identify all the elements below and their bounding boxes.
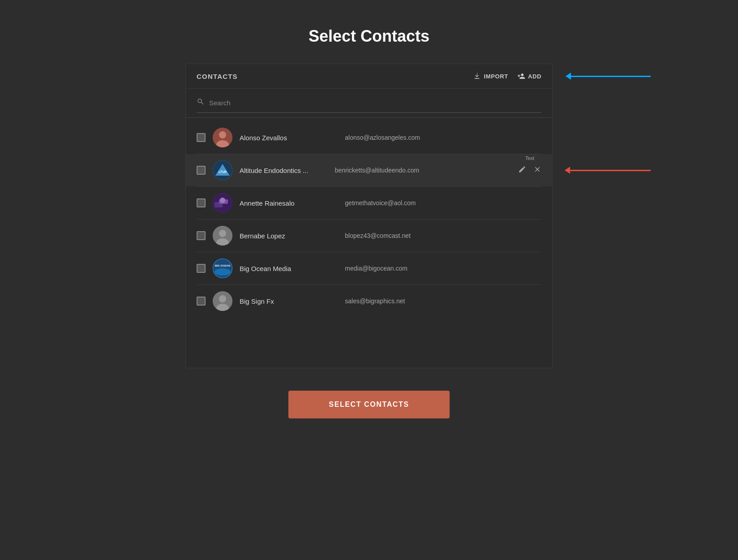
contact-email: getmethatvoice@aol.com xyxy=(345,199,541,207)
search-wrapper xyxy=(197,98,541,113)
contact-name: Bernabe Lopez xyxy=(240,232,338,240)
contact-name: Alonso Zevallos xyxy=(240,134,338,142)
contact-row: Alonso Zevallos alonso@azlosangeles.com xyxy=(186,121,552,154)
contact-name: Altitude Endodontics ... xyxy=(240,167,328,174)
contacts-panel: CONTACTS IMPORT ADD xyxy=(185,64,553,368)
contact-email: alonso@azlosangeles.com xyxy=(345,134,541,141)
contact-checkbox[interactable] xyxy=(197,133,206,142)
bottom-area: SELECT CONTACTS xyxy=(288,391,449,418)
panel-title: CONTACTS xyxy=(197,73,473,80)
import-label: IMPORT xyxy=(484,73,508,80)
contact-actions: Text xyxy=(518,165,541,176)
contact-row: LTUD Altitude Endodontics ... benrickett… xyxy=(186,154,552,186)
contact-row: Annette Rainesalo getmethatvoice@aol.com xyxy=(186,187,552,219)
contacts-list: Alonso Zevallos alonso@azlosangeles.com … xyxy=(186,118,552,368)
contact-email: benricketts@altitudeendo.com xyxy=(335,167,511,174)
search-icon xyxy=(197,98,205,108)
contact-checkbox[interactable] xyxy=(197,166,206,175)
arrow-add xyxy=(566,73,651,80)
svg-text:LTUD: LTUD xyxy=(219,170,227,173)
search-container xyxy=(186,89,552,118)
contact-name: Annette Rainesalo xyxy=(240,199,338,207)
remove-icon[interactable] xyxy=(533,165,541,176)
import-icon xyxy=(473,72,481,80)
contact-checkbox[interactable] xyxy=(197,198,206,207)
contact-checkbox[interactable] xyxy=(197,231,206,240)
contact-avatar: BIG OCEAN xyxy=(213,258,232,278)
contact-email: blopez43@comcast.net xyxy=(345,232,541,239)
contact-checkbox[interactable] xyxy=(197,264,206,273)
contact-row: Bernabe Lopez blopez43@comcast.net xyxy=(186,220,552,252)
contact-avatar xyxy=(213,193,232,213)
svg-point-9 xyxy=(220,198,225,203)
contact-row: BIG OCEAN Big Ocean Media media@bigocean… xyxy=(186,252,552,284)
contact-email: media@bigocean.com xyxy=(345,265,541,272)
contact-email: sales@bigraphics.net xyxy=(345,297,541,305)
arrow-remove xyxy=(565,167,651,174)
contact-avatar xyxy=(213,291,232,311)
contact-name: Big Ocean Media xyxy=(240,265,338,272)
svg-point-16 xyxy=(213,258,232,278)
add-person-icon xyxy=(517,72,525,80)
search-input[interactable] xyxy=(209,99,541,107)
add-button[interactable]: ADD xyxy=(517,72,541,80)
panel-header: CONTACTS IMPORT ADD xyxy=(186,64,552,89)
page-title: Select Contacts xyxy=(309,27,429,46)
select-contacts-button[interactable]: SELECT CONTACTS xyxy=(288,391,449,418)
contact-avatar xyxy=(213,226,232,246)
contact-avatar: LTUD xyxy=(213,160,232,180)
svg-point-1 xyxy=(219,131,226,138)
contact-avatar xyxy=(213,128,232,147)
svg-point-18 xyxy=(219,295,226,302)
import-button[interactable]: IMPORT xyxy=(473,72,508,80)
svg-point-11 xyxy=(219,230,226,237)
contact-row: Big Sign Fx sales@bigraphics.net xyxy=(186,285,552,317)
tooltip-text: Text xyxy=(525,155,534,184)
add-label: ADD xyxy=(528,73,541,80)
contact-checkbox[interactable] xyxy=(197,297,206,306)
contact-name: Big Sign Fx xyxy=(240,297,338,305)
